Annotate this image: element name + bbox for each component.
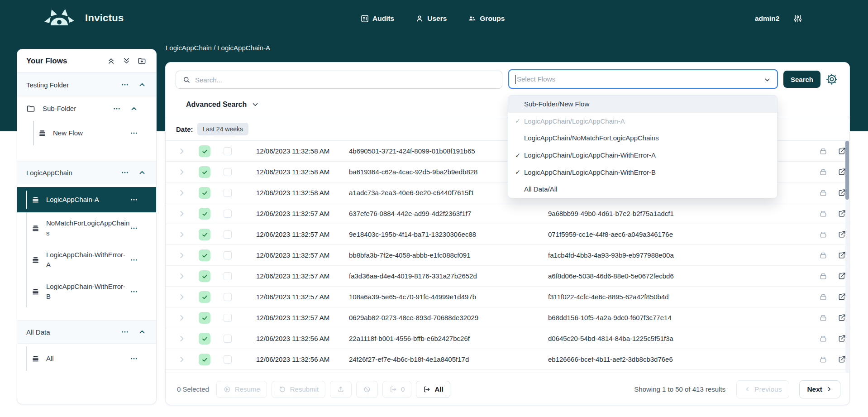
row-checkbox[interactable] bbox=[224, 168, 232, 176]
previous-page-button[interactable]: Previous bbox=[736, 380, 789, 398]
check-icon bbox=[201, 252, 208, 259]
archive-icon[interactable] bbox=[819, 355, 828, 364]
username[interactable]: admin2 bbox=[755, 14, 779, 23]
expand-row-icon[interactable] bbox=[177, 292, 186, 302]
expand-row-icon[interactable] bbox=[177, 188, 186, 197]
expand-row-icon[interactable] bbox=[177, 272, 186, 281]
dropdown-option-sub-folder-new-flow[interactable]: Sub-Folder/New Flow bbox=[508, 96, 777, 113]
nav-label: Groups bbox=[480, 14, 505, 23]
expand-row-icon[interactable] bbox=[177, 209, 186, 218]
resubmit-button[interactable]: Resubmit bbox=[272, 381, 325, 398]
add-folder-icon[interactable] bbox=[138, 57, 146, 65]
dropdown-option-logicappchain-witherror-b[interactable]: ✓ LogicAppChain/LogicAppChain-WithError-… bbox=[508, 163, 777, 181]
more-options-icon[interactable] bbox=[130, 224, 138, 232]
row-checkbox[interactable] bbox=[224, 335, 232, 343]
sidebar-item-nomatchforlogicappchains[interactable]: NoMatchForLogicAppChains bbox=[17, 212, 156, 244]
more-options-icon[interactable] bbox=[121, 168, 129, 177]
row-checkbox[interactable] bbox=[224, 355, 232, 364]
more-options-icon[interactable] bbox=[121, 81, 129, 89]
expand-row-icon[interactable] bbox=[177, 230, 186, 239]
more-options-icon[interactable] bbox=[113, 105, 121, 113]
select-flows-input[interactable] bbox=[517, 75, 760, 83]
row-checkbox[interactable] bbox=[224, 147, 232, 155]
nav-users[interactable]: Users bbox=[415, 14, 447, 23]
scrollbar-thumb[interactable] bbox=[845, 141, 849, 200]
more-options-icon[interactable] bbox=[121, 328, 129, 336]
expand-row-icon[interactable] bbox=[177, 313, 186, 322]
sidebar-group-testing-folder[interactable]: Testing Folder bbox=[17, 73, 156, 96]
more-options-icon[interactable] bbox=[130, 129, 138, 137]
more-options-icon[interactable] bbox=[130, 355, 138, 363]
preferences-sliders-icon[interactable] bbox=[793, 14, 803, 24]
share-button[interactable] bbox=[330, 381, 352, 398]
archive-icon[interactable] bbox=[819, 251, 828, 260]
sidebar-group-logicappchain[interactable]: LogicAppChain bbox=[17, 161, 156, 184]
row-guid-1: 108a6a39-5e65-4c70-91fc-44999e1d497b bbox=[349, 293, 476, 301]
results-summary: Showing 1 to 50 of 413 results bbox=[634, 385, 725, 393]
expand-row-icon[interactable] bbox=[177, 147, 186, 156]
archive-icon[interactable] bbox=[819, 230, 828, 239]
expand-all-icon[interactable] bbox=[122, 57, 131, 65]
resume-button[interactable]: Resume bbox=[216, 381, 267, 398]
archive-icon[interactable] bbox=[819, 272, 828, 281]
row-checkbox[interactable] bbox=[224, 189, 232, 197]
chevron-down-icon[interactable] bbox=[763, 76, 771, 84]
nav-audits[interactable]: Audits bbox=[360, 14, 394, 23]
user-area: admin2 bbox=[755, 0, 803, 37]
row-checkbox[interactable] bbox=[224, 314, 232, 322]
breadcrumb[interactable]: LogicAppChain / LogicAppChain-A bbox=[166, 44, 270, 52]
sidebar-item-logicappchain-witherror-a[interactable]: LogicAppChain-WithError-A bbox=[17, 244, 156, 276]
advanced-search-toggle[interactable]: Advanced Search bbox=[186, 101, 259, 109]
row-checkbox[interactable] bbox=[224, 251, 232, 259]
sidebar-group-all-data[interactable]: All Data bbox=[17, 320, 156, 344]
dropdown-option-logicappchain-witherror-a[interactable]: ✓ LogicAppChain/LogicAppChain-WithError-… bbox=[508, 147, 777, 164]
expand-row-icon[interactable] bbox=[177, 251, 186, 260]
flow-stack-icon bbox=[31, 196, 40, 204]
row-checkbox[interactable] bbox=[224, 210, 232, 218]
sidebar-item-all[interactable]: All bbox=[17, 346, 156, 371]
row-checkbox[interactable] bbox=[224, 230, 232, 239]
check-icon bbox=[201, 190, 208, 197]
more-options-icon[interactable] bbox=[130, 196, 138, 204]
expand-row-icon[interactable] bbox=[177, 168, 186, 177]
disable-button[interactable] bbox=[356, 381, 378, 398]
archive-icon[interactable] bbox=[819, 209, 828, 218]
chevron-up-icon[interactable] bbox=[138, 81, 146, 89]
sidebar-item-new-flow[interactable]: New Flow bbox=[17, 121, 156, 145]
date-filter-row: Date: Last 24 weeks bbox=[176, 123, 248, 135]
date-range-badge[interactable]: Last 24 weeks bbox=[197, 123, 249, 135]
archive-icon[interactable] bbox=[819, 334, 828, 343]
row-guid-1: 22a1118f-b001-4556-bffb-e6b2427bc26f bbox=[349, 335, 470, 342]
archive-icon[interactable] bbox=[819, 313, 828, 322]
sidebar-item-sub-folder[interactable]: Sub-Folder bbox=[17, 96, 156, 121]
main-nav: Audits Users Groups bbox=[360, 0, 505, 37]
more-options-icon[interactable] bbox=[130, 256, 138, 264]
archive-icon[interactable] bbox=[819, 188, 828, 197]
dropdown-option-nomatchforlogicappchains[interactable]: LogicAppChain/NoMatchForLogicAppChains bbox=[508, 129, 777, 147]
gear-icon[interactable] bbox=[825, 73, 838, 86]
dropdown-option-all-data-all[interactable]: All Data/All bbox=[508, 181, 777, 198]
chevron-up-icon[interactable] bbox=[138, 328, 146, 336]
next-page-button[interactable]: Next bbox=[799, 380, 840, 398]
dropdown-option-logicappchain-a[interactable]: ✓ LogicAppChain/LogicAppChain-A bbox=[508, 113, 777, 130]
row-checkbox[interactable] bbox=[224, 293, 232, 301]
sidebar-item-logicappchain-a[interactable]: LogicAppChain-A bbox=[17, 187, 156, 212]
archive-icon[interactable] bbox=[819, 147, 828, 156]
export-selected-button[interactable]: 0 bbox=[382, 381, 411, 398]
nav-groups[interactable]: Groups bbox=[467, 14, 505, 23]
sidebar-item-logicappchain-witherror-b[interactable]: LogicAppChain-WithError-B bbox=[17, 276, 156, 307]
collapse-all-icon[interactable] bbox=[107, 57, 115, 65]
more-options-icon[interactable] bbox=[130, 288, 138, 296]
expand-row-icon[interactable] bbox=[177, 355, 186, 364]
chevron-up-icon[interactable] bbox=[138, 168, 146, 177]
resubmit-label: Resubmit bbox=[290, 385, 319, 393]
archive-icon[interactable] bbox=[819, 292, 828, 302]
chevron-up-icon[interactable] bbox=[130, 105, 138, 113]
search-input[interactable] bbox=[195, 76, 496, 84]
select-flows-combobox[interactable] bbox=[508, 69, 778, 89]
search-button[interactable]: Search bbox=[783, 71, 820, 88]
archive-icon[interactable] bbox=[819, 168, 828, 177]
export-all-button[interactable]: All bbox=[416, 381, 450, 398]
row-checkbox[interactable] bbox=[224, 272, 232, 280]
expand-row-icon[interactable] bbox=[177, 334, 186, 343]
